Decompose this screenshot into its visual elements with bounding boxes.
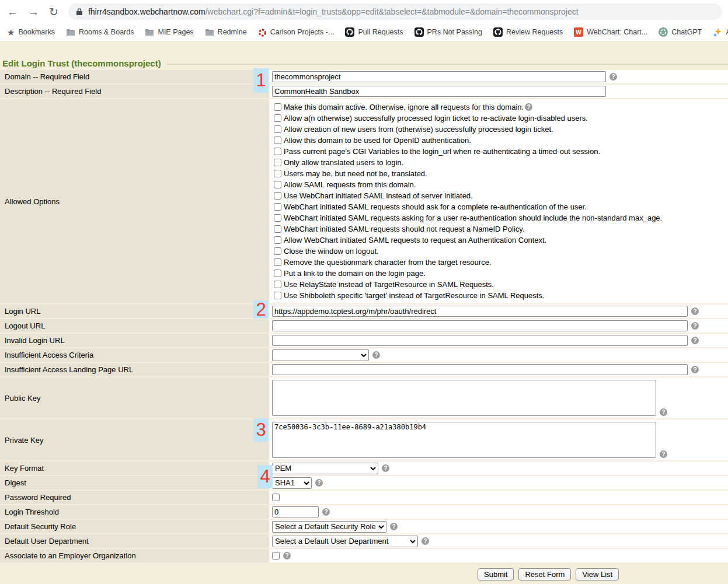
page-title: Edit Login Trust (thecommonsproject) [2, 58, 161, 68]
option-shibboleth-target[interactable]: Use Shibboleth specific 'target' instead… [274, 290, 544, 301]
option-allow-saml-requests[interactable]: Allow SAML requests from this domain. [274, 179, 416, 190]
checkbox[interactable] [274, 170, 281, 177]
description-input[interactable] [272, 86, 606, 97]
checkbox[interactable] [274, 214, 281, 222]
row-default-user-department: Default User Department Select a Default… [0, 534, 728, 549]
option-max-age[interactable]: WebChart initiated SAML requests asking … [274, 212, 662, 223]
help-icon[interactable]: ? [660, 450, 667, 458]
github-icon [414, 27, 424, 37]
back-icon[interactable]: ← [7, 6, 18, 18]
public-key-textarea[interactable] [272, 380, 656, 416]
bookmark-label: Bookmarks [18, 28, 55, 36]
bookmark-acc[interactable]: Acc [713, 27, 728, 37]
insufficient-access-landing-input[interactable] [272, 364, 688, 375]
help-icon[interactable]: ? [390, 523, 398, 530]
option-reactivate-disabled-users[interactable]: Allow a(n otherwise) successfully proces… [274, 113, 588, 124]
option-link-on-login-page[interactable]: Put a link to the domain on the login pa… [274, 268, 426, 279]
invalid-login-url-input[interactable] [272, 335, 688, 346]
help-icon[interactable]: ? [322, 508, 330, 516]
option-webchart-initiated-saml[interactable]: Use WebChart initiated SAML instead of s… [274, 190, 473, 201]
checkbox[interactable] [274, 125, 281, 133]
option-only-translated-users[interactable]: Only allow translated users to login. [274, 157, 403, 168]
help-icon[interactable]: ? [422, 537, 429, 545]
option-openid-auth[interactable]: Allow this domain to be used for OpenID … [274, 135, 471, 146]
bookmark-redmine[interactable]: Redmine [205, 28, 247, 36]
bookmark-carlson-projects[interactable]: Carlson Projects -... [258, 28, 335, 37]
bookmark-prs-not-passing[interactable]: PRs Not Passing [414, 27, 482, 37]
row-allowed-options: Allowed Options Make this domain active.… [0, 99, 728, 305]
checkbox[interactable] [274, 236, 281, 244]
bookmark-review-requests[interactable]: Review Requests [493, 27, 563, 37]
checkbox[interactable] [274, 159, 281, 166]
help-icon[interactable]: ? [691, 366, 699, 373]
view-list-button[interactable]: View List [576, 568, 619, 580]
domain-input[interactable] [272, 71, 606, 82]
checkbox[interactable] [274, 114, 281, 122]
option-label: Pass current page's CGI Variables to the… [284, 147, 600, 156]
checkbox[interactable] [274, 137, 281, 144]
url-path: /webchart.cgi?f=admin&t=login_trusts&opp… [205, 7, 579, 16]
option-use-relaystate[interactable]: Use RelayState instead of TargetResource… [274, 279, 494, 290]
checkbox[interactable] [274, 270, 281, 277]
forward-icon[interactable]: → [28, 6, 39, 18]
reset-form-button[interactable]: Reset Form [518, 568, 571, 580]
key-format-label: Key Format [0, 461, 270, 475]
option-label: Allow this domain to be used for OpenID … [284, 136, 471, 145]
option-no-nameid-policy[interactable]: WebChart initiated SAML requests should … [274, 223, 524, 235]
help-icon[interactable]: ? [609, 73, 617, 81]
help-icon[interactable]: ? [691, 337, 699, 344]
bookmark-rooms-boards[interactable]: Rooms & Boards [66, 28, 134, 36]
checkbox[interactable] [274, 103, 281, 111]
row-insufficient-access-landing: Insufficient Access Landing Page URL ? [0, 363, 728, 377]
option-users-need-not-be-translated[interactable]: Users may be, but need not be, translate… [274, 168, 427, 179]
option-complete-reauthentication[interactable]: WebChart initiated SAML requests should … [274, 201, 587, 212]
option-label: Use WebChart initiated SAML instead of s… [284, 191, 473, 200]
help-icon[interactable]: ? [382, 464, 389, 472]
help-icon[interactable]: ? [525, 103, 532, 111]
bookmark-chatgpt[interactable]: ChatGPT [659, 27, 702, 37]
checkbox[interactable] [274, 181, 281, 188]
bookmark-mie-pages[interactable]: MIE Pages [145, 28, 193, 36]
checkbox[interactable] [274, 247, 281, 255]
help-icon[interactable]: ? [315, 479, 323, 487]
option-make-domain-active[interactable]: Make this domain active. Otherwise, igno… [274, 102, 532, 113]
password-required-checkbox[interactable] [272, 494, 280, 501]
bookmark-webchart[interactable]: W WebChart: Chart... [574, 27, 647, 37]
bookmark-bookmarks[interactable]: ★ Bookmarks [7, 28, 55, 37]
submit-button[interactable]: Submit [478, 568, 514, 580]
address-bar[interactable]: fhirr4sandbox.webchartnow.com/webchart.c… [68, 4, 722, 20]
help-icon[interactable]: ? [691, 322, 699, 330]
checkbox[interactable] [274, 225, 281, 233]
row-associate-employer: Associate to an Employer Organization ? [0, 549, 728, 564]
checkbox[interactable] [274, 192, 281, 200]
checkbox[interactable] [274, 148, 281, 155]
option-allow-user-creation[interactable]: Allow creation of new users from (otherw… [274, 124, 553, 135]
option-remove-questionmark[interactable]: Remove the questionmark character from t… [274, 257, 492, 268]
bookmark-label: Pull Requests [358, 28, 403, 36]
help-icon[interactable]: ? [283, 552, 291, 559]
bookmark-label: MIE Pages [158, 28, 193, 36]
checkbox[interactable] [274, 292, 281, 299]
checkbox[interactable] [274, 258, 281, 266]
digest-select[interactable]: SHA1 [272, 477, 312, 489]
login-threshold-input[interactable] [272, 506, 319, 517]
help-icon[interactable]: ? [691, 307, 699, 315]
checkbox[interactable] [274, 281, 281, 288]
option-close-window-on-logout[interactable]: Close the window on logout. [274, 246, 379, 257]
private-key-textarea[interactable]: 7ce50036-3c3b-11ee-8689-a21a380b19b4 [272, 422, 656, 458]
help-icon[interactable]: ? [372, 351, 380, 359]
key-format-select[interactable]: PEM [272, 463, 378, 474]
checkbox[interactable] [274, 203, 281, 211]
associate-employer-checkbox[interactable] [272, 552, 280, 559]
login-url-input[interactable] [272, 306, 688, 317]
reload-icon[interactable]: ↻ [49, 6, 58, 18]
default-user-department-select[interactable]: Select a Default User Department [272, 536, 418, 547]
default-security-role-select[interactable]: Select a Default Security Role [272, 521, 386, 533]
help-icon[interactable]: ? [660, 408, 667, 416]
insufficient-access-criteria-select[interactable] [272, 349, 369, 361]
logout-url-input[interactable] [272, 320, 688, 331]
option-label: Allow a(n otherwise) successfully proces… [284, 114, 588, 123]
bookmark-pull-requests[interactable]: Pull Requests [345, 27, 403, 37]
option-authentication-context[interactable]: Allow WebChart initiated SAML requests t… [274, 235, 546, 246]
option-pass-cgi-variables[interactable]: Pass current page's CGI Variables to the… [274, 146, 600, 157]
